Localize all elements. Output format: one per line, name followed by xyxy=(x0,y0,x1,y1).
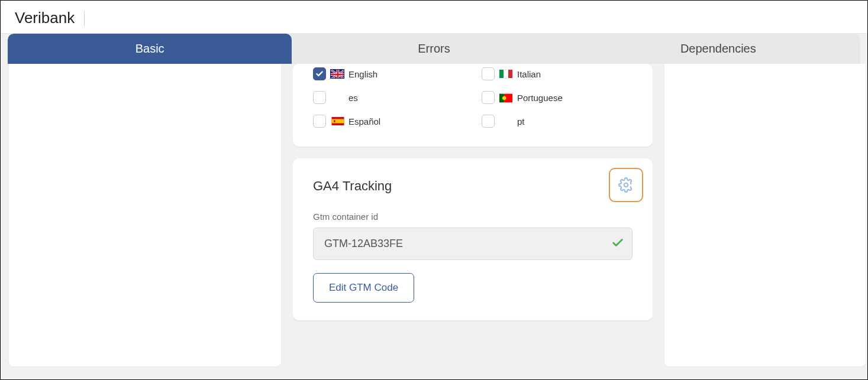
settings-button[interactable] xyxy=(609,168,643,202)
page-header: Veribank xyxy=(1,1,867,34)
gtm-container-id-input[interactable] xyxy=(313,228,633,260)
svg-rect-5 xyxy=(332,119,344,124)
checkbox-english[interactable] xyxy=(313,67,326,80)
right-panel xyxy=(664,64,866,366)
tab-errors[interactable]: Errors xyxy=(292,34,576,64)
checkbox-espanol[interactable] xyxy=(313,115,326,128)
lang-label: Portuguese xyxy=(517,93,563,103)
tabs-bar: Basic Errors Dependencies xyxy=(8,34,860,64)
tab-dependencies[interactable]: Dependencies xyxy=(576,34,860,64)
ga4-card-title: GA4 Tracking xyxy=(313,178,633,194)
gtm-field-label: Gtm container id xyxy=(313,212,633,222)
checkbox-es[interactable] xyxy=(313,91,326,104)
header-divider xyxy=(84,11,85,26)
lang-item-italian: Italian xyxy=(482,67,633,80)
flag-pt-icon xyxy=(499,93,513,102)
lang-label: Italian xyxy=(517,69,541,79)
gtm-input-wrap xyxy=(313,228,633,260)
flag-placeholder xyxy=(330,93,344,102)
gear-icon xyxy=(618,177,634,193)
left-panel xyxy=(9,64,281,366)
lang-item-pt: pt xyxy=(482,115,633,128)
check-icon xyxy=(611,236,624,252)
lang-label: English xyxy=(349,69,377,79)
flag-uk-icon xyxy=(330,69,344,79)
languages-card: English Italian es xyxy=(293,64,653,147)
flag-it-icon xyxy=(499,69,513,79)
center-column: English Italian es xyxy=(293,64,653,366)
content-area: English Italian es xyxy=(1,64,867,375)
checkbox-portuguese[interactable] xyxy=(482,91,495,104)
lang-label: es xyxy=(349,93,358,103)
lang-item-portuguese: Portuguese xyxy=(482,91,633,104)
lang-label: pt xyxy=(517,116,525,126)
flag-placeholder xyxy=(499,116,513,126)
lang-item-es: es xyxy=(313,91,464,104)
checkbox-italian[interactable] xyxy=(482,67,495,80)
flag-es-icon xyxy=(330,116,344,126)
edit-gtm-code-button[interactable]: Edit GTM Code xyxy=(313,273,414,303)
checkbox-pt[interactable] xyxy=(482,115,495,128)
svg-rect-6 xyxy=(334,120,335,122)
tab-basic[interactable]: Basic xyxy=(8,34,292,64)
svg-point-3 xyxy=(502,96,506,100)
lang-item-english: English xyxy=(313,67,464,80)
ga4-tracking-card: GA4 Tracking Gtm container id Edit GTM C… xyxy=(293,158,653,320)
svg-point-7 xyxy=(624,183,628,187)
lang-label: Español xyxy=(349,116,380,126)
lang-item-espanol: Español xyxy=(313,115,464,128)
page-title: Veribank xyxy=(15,9,75,27)
